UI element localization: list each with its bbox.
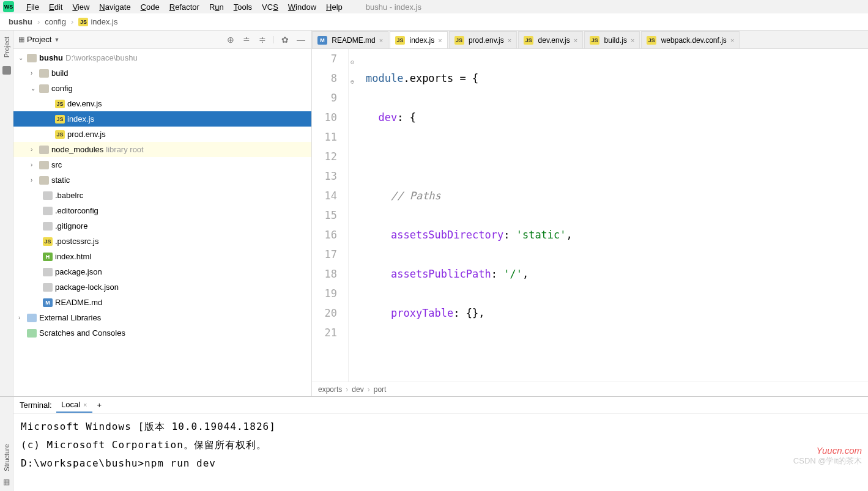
- close-icon[interactable]: ×: [379, 37, 383, 44]
- js-icon: JS: [55, 115, 65, 124]
- fold-icon[interactable]: ⊖: [351, 53, 354, 72]
- tab-readme[interactable]: M README.md×: [312, 31, 388, 48]
- close-icon[interactable]: ×: [508, 37, 511, 44]
- chevron-down-icon: ▼: [54, 37, 59, 43]
- crumb-file[interactable]: JSindex.js: [76, 16, 120, 28]
- tree-gitignore[interactable]: .gitignore: [13, 218, 311, 234]
- editor-area: M README.md× JS index.js× JS prod.env.js…: [312, 31, 868, 396]
- fold-icon[interactable]: ⊖: [351, 72, 354, 92]
- file-icon: [43, 191, 53, 200]
- json-icon: [43, 283, 53, 292]
- menu-refactor[interactable]: Refactor: [165, 2, 204, 12]
- code-body[interactable]: module.exports = { dev: { // Paths asset…: [361, 49, 868, 382]
- close-icon[interactable]: ×: [631, 37, 634, 44]
- tree-index-js[interactable]: JSindex.js: [13, 111, 311, 127]
- html-icon: H: [43, 253, 53, 261]
- menu-edit[interactable]: Edit: [44, 2, 67, 12]
- fold-column[interactable]: ⊖ ⊖: [349, 49, 361, 382]
- gear-icon[interactable]: ✿: [280, 34, 291, 45]
- tree-package[interactable]: package.json: [13, 264, 311, 279]
- tab-index-js[interactable]: JS index.js×: [390, 31, 447, 48]
- left-tool-rail: Project: [0, 31, 13, 396]
- terminal-add[interactable]: +: [92, 398, 107, 412]
- scratch-icon: [27, 329, 37, 338]
- project-panel: ▦ Project ▼ ⊕ ≐ ≑ | ✿ — ⌄bushuD:\workspa…: [13, 31, 312, 396]
- project-title[interactable]: ▦ Project ▼: [18, 35, 225, 44]
- editor-breadcrumb: exports› dev› port: [312, 382, 868, 396]
- rail-project[interactable]: Project: [3, 37, 10, 57]
- close-icon[interactable]: ×: [574, 37, 577, 44]
- editor-tabs: M README.md× JS index.js× JS prod.env.js…: [312, 31, 868, 49]
- js-icon: JS: [647, 36, 656, 45]
- tab-prod-env[interactable]: JS prod.env.js×: [449, 31, 517, 48]
- tab-webpack[interactable]: JS webpack.dev.conf.js×: [641, 31, 740, 48]
- library-icon: [27, 314, 37, 322]
- hide-icon[interactable]: —: [295, 34, 306, 45]
- tree-dev-env[interactable]: JSdev.env.js: [13, 96, 311, 111]
- tree-babelrc[interactable]: .babelrc: [13, 188, 311, 203]
- terminal-label: Terminal:: [20, 401, 52, 410]
- tree-editorconfig[interactable]: .editorconfig: [13, 203, 311, 218]
- tree-root[interactable]: ⌄bushuD:\workspace\bushu: [13, 50, 311, 65]
- js-icon: JS: [55, 100, 65, 108]
- tab-build-js[interactable]: JS build.js×: [584, 31, 640, 48]
- js-icon: JS: [454, 36, 464, 45]
- close-icon[interactable]: ×: [730, 37, 734, 44]
- tree-build[interactable]: ›build: [13, 65, 311, 81]
- menu-run[interactable]: Run: [204, 2, 229, 12]
- menu-help[interactable]: Help: [321, 2, 347, 12]
- json-icon: [43, 268, 53, 276]
- code-editor[interactable]: 789101112131415161718192021 ⊖ ⊖ module.e…: [312, 49, 868, 382]
- terminal-panel: Structure ▦ Terminal: Local× + Microsoft…: [0, 396, 868, 491]
- left-rail-bottom: Structure ▦: [0, 397, 13, 491]
- close-icon[interactable]: ×: [438, 37, 442, 44]
- tree-prod-env[interactable]: JSprod.env.js: [13, 127, 311, 142]
- md-icon: M: [43, 298, 53, 307]
- line-gutter: 789101112131415161718192021: [312, 49, 349, 382]
- js-icon: JS: [78, 18, 88, 26]
- terminal-tab-local[interactable]: Local×: [56, 397, 92, 413]
- tree-postcssrc[interactable]: JS.postcssrc.js: [13, 234, 311, 249]
- menu-view[interactable]: View: [67, 2, 94, 12]
- crumb-root[interactable]: bushu: [6, 16, 35, 28]
- rail-structure[interactable]: Structure: [3, 444, 10, 471]
- crumb-port[interactable]: port: [374, 385, 387, 394]
- menu-bar: WS File Edit View Navigate Code Refactor…: [0, 0, 868, 13]
- folder-icon: [39, 161, 49, 169]
- rail-square-icon[interactable]: ▦: [3, 478, 10, 486]
- locate-icon[interactable]: ⊕: [225, 34, 236, 45]
- js-icon: JS: [590, 36, 599, 45]
- folder-icon: [39, 84, 49, 93]
- tab-dev-env[interactable]: JS dev.env.js×: [518, 31, 583, 48]
- menu-vcs[interactable]: VCS: [257, 2, 283, 12]
- tree-package-lock[interactable]: package-lock.json: [13, 279, 311, 295]
- expand-icon[interactable]: ≐: [241, 34, 252, 45]
- crumb-folder[interactable]: config: [42, 16, 69, 28]
- md-icon: M: [317, 36, 327, 45]
- close-icon[interactable]: ×: [83, 401, 87, 408]
- tree-node-modules[interactable]: ›node_moduleslibrary root: [13, 142, 311, 157]
- menu-tools[interactable]: Tools: [229, 2, 257, 12]
- tree-scratches[interactable]: Scratches and Consoles: [13, 325, 311, 341]
- terminal-output[interactable]: Microsoft Windows [版本 10.0.19044.1826](c…: [13, 414, 868, 491]
- folder-icon: [39, 146, 49, 154]
- menu-navigate[interactable]: Navigate: [94, 2, 135, 12]
- project-header: ▦ Project ▼ ⊕ ≐ ≑ | ✿ —: [13, 31, 311, 49]
- js-icon: JS: [395, 36, 405, 45]
- collapse-icon[interactable]: ≑: [257, 34, 268, 45]
- file-icon: [43, 207, 53, 215]
- js-icon: JS: [524, 36, 533, 45]
- tree-readme[interactable]: MREADME.md: [13, 295, 311, 310]
- menu-code[interactable]: Code: [136, 2, 165, 12]
- menu-window[interactable]: Window: [283, 2, 321, 12]
- crumb-dev[interactable]: dev: [352, 385, 363, 394]
- tree-index-html[interactable]: Hindex.html: [13, 249, 311, 264]
- rail-icon[interactable]: [2, 66, 11, 75]
- menu-file[interactable]: File: [21, 2, 44, 12]
- tree-config[interactable]: ⌄config: [13, 81, 311, 96]
- tree-ext-lib[interactable]: ›External Libraries: [13, 310, 311, 325]
- project-tree[interactable]: ⌄bushuD:\workspace\bushu ›build ⌄config …: [13, 49, 311, 396]
- crumb-exports[interactable]: exports: [318, 385, 342, 394]
- tree-src[interactable]: ›src: [13, 157, 311, 172]
- tree-static[interactable]: ›static: [13, 172, 311, 188]
